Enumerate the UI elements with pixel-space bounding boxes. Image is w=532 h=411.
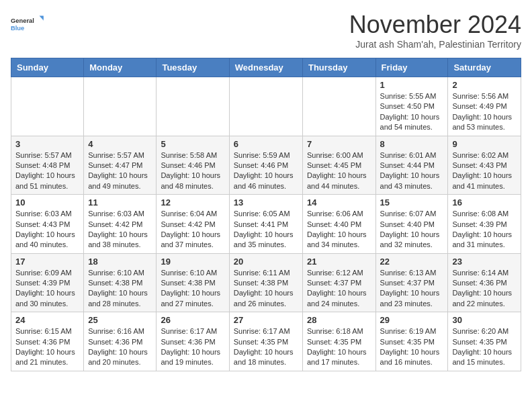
day-info: Daylight: 10 hours and 16 minutes. (380, 347, 444, 368)
cell-week1-day3 (229, 77, 302, 136)
day-info: Sunrise: 6:03 AM (15, 209, 79, 219)
day-number: 13 (234, 197, 298, 208)
day-info: Sunset: 4:37 PM (307, 278, 371, 288)
day-info: Sunset: 4:44 PM (380, 161, 444, 171)
day-number: 8 (380, 139, 444, 149)
cell-week5-day1: 25Sunrise: 6:16 AMSunset: 4:36 PMDayligh… (84, 312, 157, 371)
header-friday: Friday (375, 58, 448, 77)
day-info: Sunrise: 6:17 AM (234, 326, 298, 336)
day-number: 12 (161, 197, 224, 208)
day-info: Daylight: 10 hours and 26 minutes. (234, 288, 298, 309)
day-info: Sunrise: 6:13 AM (380, 268, 444, 278)
day-info: Sunrise: 6:08 AM (452, 209, 517, 219)
day-info: Sunset: 4:36 PM (88, 337, 152, 347)
day-info: Sunrise: 6:15 AM (15, 326, 79, 336)
day-info: Sunrise: 6:09 AM (15, 268, 79, 278)
day-info: Sunrise: 5:59 AM (234, 150, 298, 161)
day-info: Daylight: 10 hours and 23 minutes. (380, 288, 444, 309)
header: General Blue November 2024 Jurat ash Sha… (11, 11, 521, 50)
day-number: 30 (452, 315, 517, 325)
day-number: 10 (15, 197, 79, 208)
cell-week3-day5: 15Sunrise: 6:07 AMSunset: 4:40 PMDayligh… (375, 195, 448, 254)
day-info: Sunrise: 6:11 AM (234, 268, 298, 278)
header-saturday: Saturday (448, 58, 521, 77)
day-info: Sunset: 4:38 PM (234, 278, 298, 288)
day-number: 18 (88, 257, 152, 267)
day-info: Sunset: 4:42 PM (88, 220, 152, 230)
cell-week2-day0: 3Sunrise: 5:57 AMSunset: 4:48 PMDaylight… (11, 136, 84, 195)
week-row-4: 17Sunrise: 6:09 AMSunset: 4:39 PMDayligh… (11, 253, 521, 312)
day-info: Sunrise: 6:10 AM (88, 268, 152, 278)
day-info: Daylight: 10 hours and 24 minutes. (307, 288, 371, 309)
cell-week2-day2: 5Sunrise: 5:58 AMSunset: 4:46 PMDaylight… (157, 136, 229, 195)
day-info: Daylight: 10 hours and 51 minutes. (15, 171, 79, 191)
day-number: 5 (161, 139, 224, 149)
day-number: 24 (15, 315, 79, 325)
day-info: Sunset: 4:40 PM (380, 220, 444, 230)
cell-week4-day1: 18Sunrise: 6:10 AMSunset: 4:38 PMDayligh… (84, 253, 157, 312)
cell-week2-day4: 7Sunrise: 6:00 AMSunset: 4:45 PMDaylight… (302, 136, 375, 195)
day-number: 15 (380, 197, 444, 208)
day-info: Daylight: 10 hours and 44 minutes. (307, 171, 371, 191)
svg-marker-3 (40, 17, 44, 21)
logo-svg: General Blue (11, 11, 44, 38)
header-sunday: Sunday (11, 58, 84, 77)
day-number: 28 (307, 315, 371, 325)
cell-week5-day3: 27Sunrise: 6:17 AMSunset: 4:35 PMDayligh… (229, 312, 302, 371)
day-info: Sunrise: 5:55 AM (380, 91, 444, 101)
day-info: Daylight: 10 hours and 53 minutes. (452, 112, 517, 133)
title-area: November 2024 Jurat ash Sham'ah, Palesti… (349, 11, 521, 50)
day-info: Sunset: 4:50 PM (380, 101, 444, 111)
day-info: Sunset: 4:47 PM (88, 161, 152, 171)
cell-week3-day2: 12Sunrise: 6:04 AMSunset: 4:42 PMDayligh… (157, 195, 229, 254)
day-info: Sunrise: 5:56 AM (452, 91, 517, 101)
calendar-table: SundayMondayTuesdayWednesdayThursdayFrid… (11, 58, 521, 371)
day-info: Sunset: 4:41 PM (234, 220, 298, 230)
cell-week4-day4: 21Sunrise: 6:12 AMSunset: 4:37 PMDayligh… (302, 253, 375, 312)
day-info: Daylight: 10 hours and 31 minutes. (452, 230, 517, 250)
cell-week1-day0 (11, 77, 84, 136)
day-info: Sunrise: 6:02 AM (452, 150, 517, 161)
day-number: 19 (161, 257, 224, 267)
day-number: 2 (452, 80, 517, 90)
day-info: Sunset: 4:36 PM (161, 337, 224, 347)
day-info: Daylight: 10 hours and 19 minutes. (161, 347, 224, 368)
day-info: Sunrise: 6:16 AM (88, 326, 152, 336)
day-info: Sunrise: 5:57 AM (15, 150, 79, 161)
cell-week5-day5: 29Sunrise: 6:19 AMSunset: 4:35 PMDayligh… (375, 312, 448, 371)
day-info: Daylight: 10 hours and 54 minutes. (380, 112, 444, 133)
day-info: Sunset: 4:39 PM (15, 278, 79, 288)
day-info: Daylight: 10 hours and 22 minutes. (452, 288, 517, 309)
day-info: Sunset: 4:38 PM (88, 278, 152, 288)
svg-text:General: General (11, 17, 34, 24)
day-info: Sunrise: 6:19 AM (380, 326, 444, 336)
day-info: Daylight: 10 hours and 30 minutes. (15, 288, 79, 309)
day-info: Daylight: 10 hours and 37 minutes. (161, 230, 224, 250)
day-info: Sunrise: 5:57 AM (88, 150, 152, 161)
cell-week5-day4: 28Sunrise: 6:18 AMSunset: 4:35 PMDayligh… (302, 312, 375, 371)
day-info: Daylight: 10 hours and 35 minutes. (234, 230, 298, 250)
day-number: 21 (307, 257, 371, 267)
day-info: Sunset: 4:36 PM (452, 278, 517, 288)
day-info: Sunrise: 5:58 AM (161, 150, 224, 161)
day-info: Sunrise: 6:18 AM (307, 326, 371, 336)
day-info: Sunset: 4:35 PM (307, 337, 371, 347)
day-info: Daylight: 10 hours and 17 minutes. (307, 347, 371, 368)
day-number: 7 (307, 139, 371, 149)
day-info: Sunset: 4:35 PM (452, 337, 517, 347)
day-number: 11 (88, 197, 152, 208)
day-number: 9 (452, 139, 517, 149)
day-number: 1 (380, 80, 444, 90)
day-info: Sunset: 4:43 PM (452, 161, 517, 171)
day-number: 22 (380, 257, 444, 267)
cell-week4-day2: 19Sunrise: 6:10 AMSunset: 4:38 PMDayligh… (157, 253, 229, 312)
day-info: Sunset: 4:45 PM (307, 161, 371, 171)
day-info: Sunset: 4:40 PM (307, 220, 371, 230)
day-info: Daylight: 10 hours and 21 minutes. (15, 347, 79, 368)
day-info: Daylight: 10 hours and 28 minutes. (88, 288, 152, 309)
header-monday: Monday (84, 58, 157, 77)
cell-week1-day2 (157, 77, 229, 136)
month-title: November 2024 (349, 11, 521, 39)
day-number: 25 (88, 315, 152, 325)
week-row-5: 24Sunrise: 6:15 AMSunset: 4:36 PMDayligh… (11, 312, 521, 371)
